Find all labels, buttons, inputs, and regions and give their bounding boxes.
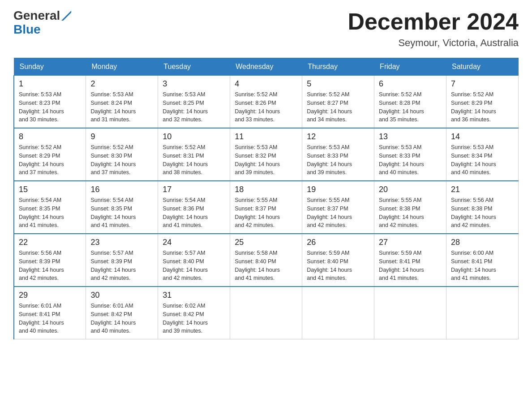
day-number: 15 (19, 185, 81, 194)
table-row: 4 Sunrise: 5:52 AM Sunset: 8:26 PM Dayli… (230, 76, 302, 128)
day-info: Sunrise: 5:53 AM Sunset: 8:23 PM Dayligh… (19, 90, 81, 124)
table-row: 2 Sunrise: 5:53 AM Sunset: 8:24 PM Dayli… (86, 76, 158, 128)
table-row: 21 Sunrise: 5:56 AM Sunset: 8:38 PM Dayl… (446, 181, 519, 234)
day-info: Sunrise: 6:02 AM Sunset: 8:42 PM Dayligh… (163, 302, 225, 335)
day-number: 8 (19, 132, 81, 141)
day-info: Sunrise: 6:01 AM Sunset: 8:42 PM Dayligh… (90, 302, 153, 335)
day-info: Sunrise: 6:00 AM Sunset: 8:41 PM Dayligh… (451, 249, 514, 283)
header-thursday: Thursday (302, 58, 374, 76)
day-number: 14 (451, 132, 514, 141)
logo-text-blue: Blue (13, 22, 41, 36)
day-number: 26 (307, 238, 369, 247)
day-number: 16 (90, 185, 153, 194)
day-number: 31 (163, 291, 225, 300)
logo-text-general: General (13, 9, 60, 23)
table-row: 30 Sunrise: 6:01 AM Sunset: 8:42 PM Dayl… (86, 287, 158, 339)
day-number: 25 (235, 238, 297, 247)
table-row (374, 287, 446, 339)
day-number: 24 (163, 238, 225, 247)
day-info: Sunrise: 5:59 AM Sunset: 8:41 PM Dayligh… (379, 249, 442, 283)
table-row: 17 Sunrise: 5:54 AM Sunset: 8:36 PM Dayl… (158, 181, 230, 234)
table-row: 19 Sunrise: 5:55 AM Sunset: 8:37 PM Dayl… (302, 181, 374, 234)
calendar-week-row: 22 Sunrise: 5:56 AM Sunset: 8:39 PM Dayl… (14, 234, 519, 287)
day-number: 22 (19, 238, 81, 247)
header-wednesday: Wednesday (230, 58, 302, 76)
title-area: December 2024 Seymour, Victoria, Austral… (348, 9, 519, 49)
day-info: Sunrise: 5:57 AM Sunset: 8:39 PM Dayligh… (90, 249, 153, 283)
table-row: 11 Sunrise: 5:53 AM Sunset: 8:32 PM Dayl… (230, 128, 302, 181)
day-info: Sunrise: 5:53 AM Sunset: 8:33 PM Dayligh… (307, 143, 369, 177)
day-number: 5 (307, 79, 369, 89)
day-number: 27 (379, 238, 442, 247)
header-monday: Monday (86, 58, 158, 76)
day-number: 7 (451, 79, 514, 89)
day-info: Sunrise: 5:55 AM Sunset: 8:37 PM Dayligh… (235, 196, 297, 230)
calendar-week-row: 8 Sunrise: 5:52 AM Sunset: 8:29 PM Dayli… (14, 128, 519, 181)
day-number: 1 (19, 79, 81, 89)
calendar-header-row: Sunday Monday Tuesday Wednesday Thursday… (14, 58, 519, 76)
day-number: 11 (235, 132, 297, 141)
table-row: 8 Sunrise: 5:52 AM Sunset: 8:29 PM Dayli… (14, 128, 86, 181)
month-title: December 2024 (348, 9, 519, 34)
day-number: 20 (379, 185, 442, 194)
table-row: 28 Sunrise: 6:00 AM Sunset: 8:41 PM Dayl… (446, 234, 519, 287)
day-number: 10 (163, 132, 225, 141)
table-row: 5 Sunrise: 5:52 AM Sunset: 8:27 PM Dayli… (302, 76, 374, 128)
table-row: 24 Sunrise: 5:57 AM Sunset: 8:40 PM Dayl… (158, 234, 230, 287)
day-info: Sunrise: 5:52 AM Sunset: 8:30 PM Dayligh… (90, 143, 153, 177)
day-info: Sunrise: 5:52 AM Sunset: 8:28 PM Dayligh… (379, 90, 442, 124)
day-number: 2 (90, 79, 153, 89)
day-number: 9 (90, 132, 153, 141)
day-info: Sunrise: 5:52 AM Sunset: 8:29 PM Dayligh… (451, 90, 514, 124)
table-row: 9 Sunrise: 5:52 AM Sunset: 8:30 PM Dayli… (86, 128, 158, 181)
day-info: Sunrise: 5:59 AM Sunset: 8:40 PM Dayligh… (307, 249, 369, 283)
day-number: 6 (379, 79, 442, 89)
table-row: 13 Sunrise: 5:53 AM Sunset: 8:33 PM Dayl… (374, 128, 446, 181)
day-info: Sunrise: 5:53 AM Sunset: 8:32 PM Dayligh… (235, 143, 297, 177)
day-info: Sunrise: 5:52 AM Sunset: 8:31 PM Dayligh… (163, 143, 225, 177)
table-row: 18 Sunrise: 5:55 AM Sunset: 8:37 PM Dayl… (230, 181, 302, 234)
table-row: 22 Sunrise: 5:56 AM Sunset: 8:39 PM Dayl… (14, 234, 86, 287)
day-info: Sunrise: 5:54 AM Sunset: 8:35 PM Dayligh… (90, 196, 153, 230)
day-number: 30 (90, 291, 153, 300)
day-number: 29 (19, 291, 81, 300)
table-row: 16 Sunrise: 5:54 AM Sunset: 8:35 PM Dayl… (86, 181, 158, 234)
page-header: General Blue December 2024 Seymour, Vict… (13, 9, 519, 49)
day-info: Sunrise: 5:52 AM Sunset: 8:26 PM Dayligh… (235, 90, 297, 124)
table-row: 7 Sunrise: 5:52 AM Sunset: 8:29 PM Dayli… (446, 76, 519, 128)
calendar-week-row: 1 Sunrise: 5:53 AM Sunset: 8:23 PM Dayli… (14, 76, 519, 128)
day-number: 3 (163, 79, 225, 89)
logo: General Blue (13, 9, 71, 37)
table-row: 6 Sunrise: 5:52 AM Sunset: 8:28 PM Dayli… (374, 76, 446, 128)
day-number: 28 (451, 238, 514, 247)
day-info: Sunrise: 5:55 AM Sunset: 8:38 PM Dayligh… (379, 196, 442, 230)
day-number: 12 (307, 132, 369, 141)
day-info: Sunrise: 5:52 AM Sunset: 8:27 PM Dayligh… (307, 90, 369, 124)
table-row (230, 287, 302, 339)
day-number: 19 (307, 185, 369, 194)
day-info: Sunrise: 5:56 AM Sunset: 8:39 PM Dayligh… (19, 249, 81, 283)
table-row: 15 Sunrise: 5:54 AM Sunset: 8:35 PM Dayl… (14, 181, 86, 234)
table-row: 25 Sunrise: 5:58 AM Sunset: 8:40 PM Dayl… (230, 234, 302, 287)
day-info: Sunrise: 5:53 AM Sunset: 8:34 PM Dayligh… (451, 143, 514, 177)
day-number: 23 (90, 238, 153, 247)
day-info: Sunrise: 5:53 AM Sunset: 8:24 PM Dayligh… (90, 90, 153, 124)
day-number: 13 (379, 132, 442, 141)
day-number: 18 (235, 185, 297, 194)
table-row: 20 Sunrise: 5:55 AM Sunset: 8:38 PM Dayl… (374, 181, 446, 234)
day-info: Sunrise: 5:54 AM Sunset: 8:35 PM Dayligh… (19, 196, 81, 230)
logo-arrow-icon (61, 11, 71, 21)
table-row: 31 Sunrise: 6:02 AM Sunset: 8:42 PM Dayl… (158, 287, 230, 339)
table-row (302, 287, 374, 339)
table-row: 1 Sunrise: 5:53 AM Sunset: 8:23 PM Dayli… (14, 76, 86, 128)
calendar-week-row: 29 Sunrise: 6:01 AM Sunset: 8:41 PM Dayl… (14, 287, 519, 339)
table-row: 3 Sunrise: 5:53 AM Sunset: 8:25 PM Dayli… (158, 76, 230, 128)
header-tuesday: Tuesday (158, 58, 230, 76)
day-info: Sunrise: 5:55 AM Sunset: 8:37 PM Dayligh… (307, 196, 369, 230)
day-info: Sunrise: 5:53 AM Sunset: 8:25 PM Dayligh… (163, 90, 225, 124)
day-info: Sunrise: 5:52 AM Sunset: 8:29 PM Dayligh… (19, 143, 81, 177)
table-row: 14 Sunrise: 5:53 AM Sunset: 8:34 PM Dayl… (446, 128, 519, 181)
calendar-week-row: 15 Sunrise: 5:54 AM Sunset: 8:35 PM Dayl… (14, 181, 519, 234)
calendar-table: Sunday Monday Tuesday Wednesday Thursday… (13, 58, 519, 339)
day-info: Sunrise: 5:53 AM Sunset: 8:33 PM Dayligh… (379, 143, 442, 177)
